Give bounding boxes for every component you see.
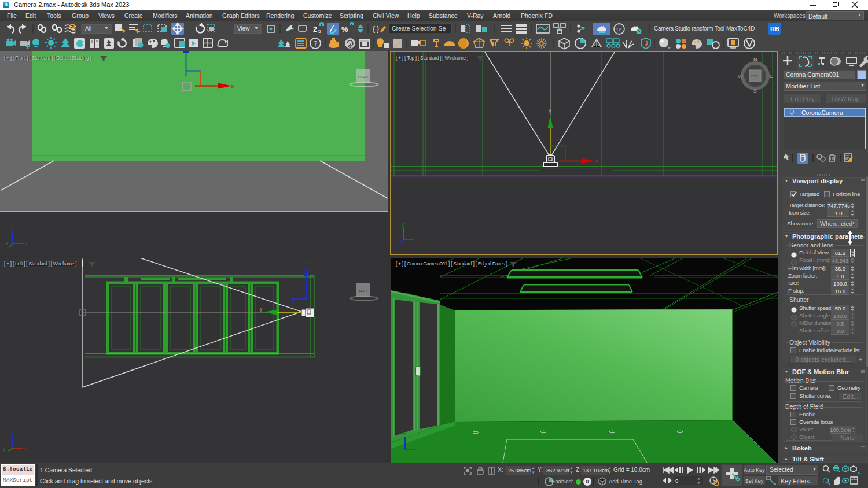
svg-text:?: ?: [314, 40, 317, 47]
svg-text:z: z: [305, 259, 308, 265]
svg-text:5: 5: [318, 29, 321, 34]
svg-text:y: y: [549, 108, 551, 113]
svg-text:S: S: [753, 88, 757, 94]
svg-text:z: z: [396, 241, 399, 246]
svg-text:N: N: [753, 57, 757, 62]
svg-text:E: E: [770, 73, 773, 79]
svg-text:%: %: [341, 25, 348, 34]
svg-text:FRONT: FRONT: [358, 75, 370, 79]
svg-text:x: x: [595, 158, 598, 163]
svg-text:z: z: [10, 226, 13, 231]
svg-text:y: y: [402, 221, 404, 227]
svg-text:z: z: [403, 431, 406, 437]
svg-text:x: x: [231, 83, 234, 89]
svg-text:{ }: { }: [373, 25, 379, 33]
svg-text:MaxToC4D: MaxToC4D: [726, 25, 755, 32]
svg-text:x: x: [415, 237, 418, 242]
svg-text:TOP: TOP: [751, 75, 758, 78]
svg-text:y: y: [3, 446, 5, 452]
svg-text:z: z: [11, 430, 13, 435]
svg-text:12: 12: [616, 27, 621, 32]
svg-text:x: x: [25, 241, 27, 246]
svg-text:RB: RB: [770, 25, 779, 32]
svg-text:x: x: [24, 446, 27, 452]
svg-text:2: 2: [313, 25, 317, 34]
svg-text:y: y: [260, 306, 263, 312]
svg-text:LEFT: LEFT: [359, 289, 368, 293]
svg-text:All: All: [85, 25, 91, 32]
svg-text:Create Selection Se: Create Selection Se: [392, 25, 446, 32]
svg-text:y: y: [6, 240, 8, 245]
svg-text:View: View: [237, 25, 250, 32]
svg-text:x: x: [417, 448, 419, 453]
svg-text:Camera Studio ransform Tool: Camera Studio ransform Tool: [654, 25, 724, 32]
svg-text:W: W: [738, 73, 743, 79]
